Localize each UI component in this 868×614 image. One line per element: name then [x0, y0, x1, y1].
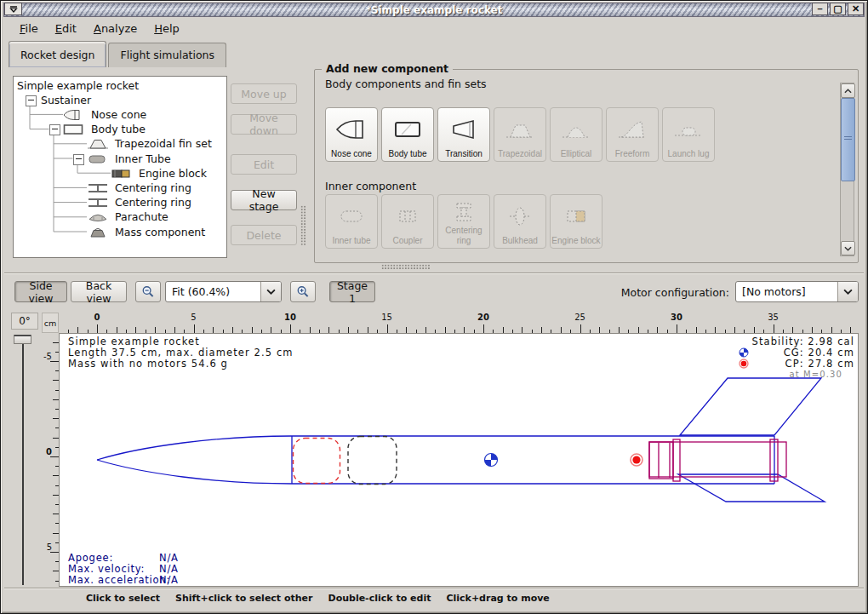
tree-row-root[interactable]: Simple example rocket	[14, 78, 226, 93]
nose-cone-outline[interactable]	[97, 436, 292, 484]
maximize-button[interactable]: ▢	[830, 3, 846, 15]
engine-block-icon	[559, 204, 593, 229]
status-hint: Double-click to edit	[328, 593, 431, 604]
fin-set-outline[interactable]	[678, 378, 825, 502]
tab-flight-simulations[interactable]: Flight simulations	[108, 43, 226, 67]
tree-expander-minus[interactable]	[49, 124, 60, 135]
stability-text: Stability: 2.98 cal	[752, 336, 854, 347]
flight-data-value: N/A	[159, 552, 179, 564]
status-bar: Click to selectShift+click to select oth…	[4, 589, 864, 606]
motor-configuration-value: [No motors]	[736, 285, 837, 298]
motor-configuration-label: Motor configuration:	[621, 286, 729, 299]
figure-info-line-1: Simple example rocket	[68, 336, 200, 347]
zoom-select-dropdown-button[interactable]	[260, 282, 281, 301]
flight-data-label: Max. acceleration:	[68, 574, 170, 586]
motor-config-dropdown-button[interactable]	[837, 282, 858, 301]
vertical-ruler: -505	[42, 333, 59, 587]
tree-expander-minus[interactable]	[26, 95, 37, 106]
cp-legend-icon	[740, 359, 748, 368]
move-up-button[interactable]: Move up	[231, 83, 297, 104]
zoom-in-button[interactable]	[290, 281, 316, 302]
add-inner-tube-button[interactable]: Inner tube	[325, 194, 378, 249]
figure-info-line-3: Mass with no motors 54.6 g	[68, 358, 228, 370]
tree-row-trapezoidal-fin-set[interactable]: Trapezoidal fin set	[14, 136, 226, 151]
menu-file[interactable]: File	[13, 20, 45, 37]
new-stage-button[interactable]: New stage	[231, 190, 297, 210]
stage-1-toggle[interactable]: Stage 1	[329, 281, 375, 302]
tree-row-engine-block[interactable]: Engine block	[14, 166, 226, 181]
h-ruler-label: 30	[668, 313, 685, 322]
add-centering-ring-button[interactable]: Centering ring	[437, 194, 490, 249]
window-menu-button[interactable]	[4, 3, 22, 15]
tree-row-body-tube[interactable]: Body tube	[14, 122, 226, 136]
move-down-button[interactable]: Move down	[231, 114, 297, 135]
add-elliptical-button[interactable]: Elliptical	[550, 107, 602, 162]
add-bulkhead-button[interactable]: Bulkhead	[494, 194, 546, 249]
window-title: *Simple example rocket	[366, 5, 503, 15]
engine-block-outline[interactable]	[649, 442, 673, 479]
scroll-down-button[interactable]	[841, 241, 855, 255]
tree-row-centering-ring[interactable]: Centering ring	[14, 181, 226, 195]
tree-row-centering-ring[interactable]: Centering ring	[14, 195, 226, 209]
delete-button[interactable]: Delete	[231, 225, 297, 245]
launch-lug-icon	[671, 117, 705, 142]
rotation-slider-handle[interactable]	[14, 335, 31, 344]
horizontal-splitter-handle[interactable]	[381, 264, 431, 270]
component-button-label: Coupler	[392, 236, 422, 246]
motor-configuration-select[interactable]: [No motors]	[735, 281, 859, 302]
side-view-button[interactable]: Side view	[14, 281, 67, 302]
elliptical-fin-icon	[559, 117, 593, 142]
menu-help[interactable]: Help	[147, 20, 186, 37]
parachute-outline[interactable]	[294, 439, 340, 484]
component-button-label: Nose cone	[331, 149, 372, 159]
scrollbar-thumb[interactable]	[841, 98, 855, 181]
magnifier-minus-icon	[141, 284, 155, 299]
titlebar[interactable]: *Simple example rocket	[3, 3, 865, 17]
tree-row-inner-tube[interactable]: Inner Tube	[14, 152, 226, 166]
zoom-level-select[interactable]: Fit (60.4%)	[165, 281, 282, 302]
tab-rocket-design[interactable]: Rocket design	[9, 41, 106, 67]
add-engine-block-button[interactable]: Engine block	[550, 194, 602, 249]
rotation-slider-track[interactable]	[22, 340, 24, 585]
add-transition-button[interactable]: Transition	[437, 107, 490, 162]
cg-legend-icon	[740, 348, 748, 357]
v-ruler-label: 5	[47, 542, 52, 552]
vertical-splitter-handle[interactable]	[300, 205, 306, 246]
mass-component-outline[interactable]	[348, 437, 397, 485]
scroll-up-button[interactable]	[841, 83, 855, 98]
back-view-button[interactable]: Back view	[71, 281, 127, 302]
close-button[interactable]: ✕	[848, 3, 864, 15]
component-button-label: Centering ring	[439, 226, 488, 245]
menu-analyze[interactable]: Analyze	[87, 20, 144, 37]
add-freeform-button[interactable]: Freeform	[606, 107, 659, 162]
tree-expander-minus[interactable]	[73, 154, 84, 165]
add-coupler-button[interactable]: Coupler	[381, 194, 434, 249]
rocket-figure-canvas[interactable]: Simple example rocket Length 37.5 cm, ma…	[59, 333, 859, 587]
menu-edit[interactable]: Edit	[49, 20, 83, 37]
minimize-button[interactable]: –	[812, 3, 828, 15]
tree-row-mass-component[interactable]: Mass component	[14, 225, 226, 239]
zoom-out-button[interactable]	[135, 281, 161, 302]
add-launch-lug-button[interactable]: Launch lug	[662, 107, 715, 162]
edit-button[interactable]: Edit	[231, 154, 297, 175]
tree-item-label: Simple example rocket	[17, 79, 139, 92]
tree-item-label: Engine block	[139, 167, 207, 180]
component-tree[interactable]: Simple example rocketSustainerNose coneB…	[13, 76, 227, 258]
chevron-down-icon	[266, 289, 276, 295]
h-ruler-label: 35	[765, 313, 782, 322]
cp-marker	[631, 454, 642, 466]
tree-row-nose-cone[interactable]: Nose cone	[14, 107, 226, 122]
add-trapezoidal-button[interactable]: Trapezoidal	[494, 107, 546, 162]
add-body-tube-button[interactable]: Body tube	[381, 107, 434, 162]
chevron-down-icon	[843, 289, 853, 295]
add-nose-cone-button[interactable]: Nose cone	[325, 107, 378, 162]
zoom-level-value: Fit (60.4%)	[166, 285, 260, 298]
tree-row-parachute[interactable]: Parachute	[14, 209, 226, 224]
component-button-label: Transition	[445, 149, 483, 159]
h-ruler-label: 15	[379, 313, 396, 322]
tree-row-sustainer[interactable]: Sustainer	[14, 93, 226, 107]
horizontal-ruler: 05101520253035	[59, 313, 859, 333]
window-controls: – ▢ ✕	[812, 3, 864, 15]
component-scrollbar[interactable]	[840, 83, 854, 256]
magnifier-plus-icon	[296, 284, 310, 299]
